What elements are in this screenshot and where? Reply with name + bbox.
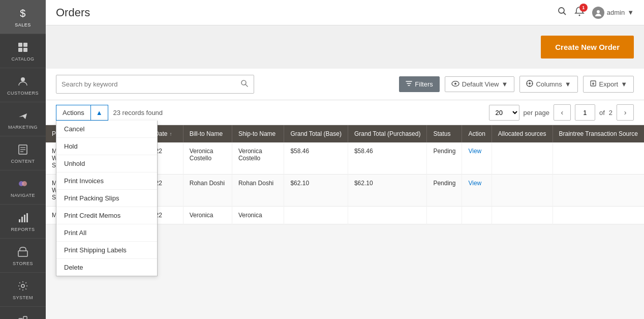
sidebar-label-customers: CUSTOMERS bbox=[7, 91, 39, 96]
svg-point-22 bbox=[578, 15, 580, 16]
svg-rect-0 bbox=[18, 43, 22, 47]
col-status: Status bbox=[427, 125, 462, 142]
action-print-packing-slips[interactable]: Print Packing Slips bbox=[56, 190, 157, 207]
columns-label: Columns bbox=[536, 80, 562, 88]
create-new-order-button[interactable]: Create New Order bbox=[541, 36, 634, 59]
sidebar-label-marketing: MARKETING bbox=[8, 125, 38, 130]
cell-ship-to-name: Veronica bbox=[232, 207, 284, 224]
notification-bell[interactable]: 1 bbox=[574, 6, 585, 19]
col-ship-to-name: Ship-to Name bbox=[232, 125, 284, 142]
columns-button[interactable]: Columns ▼ bbox=[519, 76, 577, 93]
default-view-label: Default View bbox=[462, 80, 499, 88]
action-print-credit-memos[interactable]: Print Credit Memos bbox=[56, 207, 157, 224]
action-hold[interactable]: Hold bbox=[56, 138, 157, 155]
sidebar-label-navigate: NAVIGATE bbox=[11, 193, 35, 198]
admin-user[interactable]: admin ▼ bbox=[592, 7, 634, 19]
sidebar-item-system[interactable]: SYSTEM bbox=[0, 273, 46, 307]
actions-dropdown-label[interactable]: Actions bbox=[56, 105, 91, 120]
header-search-icon[interactable] bbox=[558, 7, 567, 18]
actions-menu: Cancel Hold Unhold Print Invoices Print … bbox=[56, 121, 158, 276]
action-cancel[interactable]: Cancel bbox=[56, 121, 157, 138]
cell-braintree bbox=[553, 175, 644, 207]
toolbar: Filters Default View ▼ Columns ▼ bbox=[46, 69, 644, 100]
svg-line-21 bbox=[563, 13, 566, 15]
cell-status: Pending bbox=[427, 142, 462, 175]
svg-point-20 bbox=[559, 8, 564, 13]
content-icon bbox=[16, 142, 30, 157]
content-area: Create New Order Filters Defau bbox=[46, 25, 644, 319]
sidebar-item-reports[interactable]: REPORTS bbox=[0, 205, 46, 239]
sidebar-label-system: SYSTEM bbox=[13, 295, 33, 300]
svg-rect-14 bbox=[26, 213, 28, 222]
stores-icon bbox=[16, 245, 30, 259]
sidebar-label-stores: STORES bbox=[13, 261, 33, 266]
export-button[interactable]: Export ▼ bbox=[583, 76, 634, 93]
prev-page-button[interactable]: ‹ bbox=[554, 104, 571, 121]
action-print-shipping-labels[interactable]: Print Shipping Labels bbox=[56, 242, 157, 259]
admin-label: admin bbox=[607, 9, 625, 16]
search-input[interactable] bbox=[56, 76, 235, 92]
cell-action[interactable]: View bbox=[462, 142, 492, 175]
sidebar-item-catalog[interactable]: CATALOG bbox=[0, 34, 46, 68]
default-view-button[interactable]: Default View ▼ bbox=[445, 76, 515, 92]
sidebar-label-sales: SALES bbox=[15, 22, 31, 27]
action-delete[interactable]: Delete bbox=[56, 259, 157, 276]
cell-allocated-sources bbox=[492, 175, 553, 207]
view-link[interactable]: View bbox=[468, 180, 481, 187]
of-label: of bbox=[599, 109, 605, 117]
sidebar-item-stores[interactable]: STORES bbox=[0, 239, 46, 273]
svg-rect-13 bbox=[24, 215, 25, 222]
sidebar: $ SALES CATALOG CUSTOMERS MARKETING CONT… bbox=[0, 0, 46, 319]
sidebar-item-find-partners[interactable]: FIND PARTNERS & EXTENSIONS bbox=[0, 307, 46, 319]
next-page-button[interactable]: › bbox=[617, 104, 634, 121]
col-allocated-sources: Allocated sources bbox=[492, 125, 553, 142]
filters-label: Filters bbox=[415, 80, 433, 88]
sidebar-item-sales[interactable]: $ SALES bbox=[0, 0, 46, 34]
cell-braintree bbox=[553, 142, 644, 175]
svg-line-25 bbox=[246, 84, 248, 87]
cell-status: Pending bbox=[427, 175, 462, 207]
sidebar-item-customers[interactable]: CUSTOMERS bbox=[0, 68, 46, 102]
sidebar-item-navigate[interactable]: NAVIGATE bbox=[0, 170, 46, 205]
search-submit-icon[interactable] bbox=[235, 75, 254, 93]
sidebar-label-reports: REPORTS bbox=[11, 227, 35, 232]
cell-grand-total-purchased: $62.10 bbox=[348, 175, 427, 207]
admin-avatar bbox=[592, 7, 604, 19]
action-print-all[interactable]: Print All bbox=[56, 224, 157, 242]
sidebar-label-content: CONTENT bbox=[11, 159, 35, 164]
columns-icon bbox=[526, 80, 533, 89]
records-found: 23 records found bbox=[113, 109, 163, 117]
action-unhold[interactable]: Unhold bbox=[56, 155, 157, 172]
svg-rect-11 bbox=[19, 219, 20, 222]
notification-count: 1 bbox=[579, 4, 588, 12]
cell-status bbox=[427, 207, 462, 224]
marketing-icon bbox=[16, 108, 30, 123]
view-link[interactable]: View bbox=[468, 148, 481, 155]
svg-point-23 bbox=[597, 10, 600, 13]
svg-point-4 bbox=[21, 77, 25, 81]
current-page-input[interactable] bbox=[575, 104, 595, 121]
cell-action[interactable]: View bbox=[462, 175, 492, 207]
cell-allocated-sources bbox=[492, 207, 553, 224]
sidebar-item-marketing[interactable]: MARKETING bbox=[0, 102, 46, 136]
actions-dropdown-wrapper: Actions ▲ Cancel Hold Unhold Print Invoi… bbox=[56, 105, 108, 121]
col-grand-total-base: Grand Total (Base) bbox=[284, 125, 348, 142]
cell-grand-total-purchased bbox=[348, 207, 427, 224]
cell-ship-to-name: Rohan Doshi bbox=[232, 175, 284, 207]
svg-rect-1 bbox=[23, 43, 27, 47]
find-partners-icon bbox=[16, 313, 30, 319]
per-page-dropdown[interactable]: 20 50 100 bbox=[489, 105, 519, 120]
page-title: Orders bbox=[56, 6, 90, 19]
action-print-invoices[interactable]: Print Invoices bbox=[56, 172, 157, 190]
export-dropdown-icon: ▼ bbox=[621, 80, 627, 88]
total-pages: 2 bbox=[609, 109, 612, 117]
catalog-icon bbox=[16, 40, 30, 54]
svg-rect-18 bbox=[23, 316, 27, 319]
actions-dropdown-arrow[interactable]: ▲ bbox=[91, 105, 108, 120]
top-header: Orders 1 admin ▼ bbox=[46, 0, 644, 25]
cell-grand-total-base: $62.10 bbox=[284, 175, 348, 207]
cell-action bbox=[462, 207, 492, 224]
sidebar-item-content[interactable]: CONTENT bbox=[0, 136, 46, 170]
per-page-select[interactable]: 20 50 100 bbox=[489, 105, 519, 121]
filters-button[interactable]: Filters bbox=[399, 76, 439, 92]
